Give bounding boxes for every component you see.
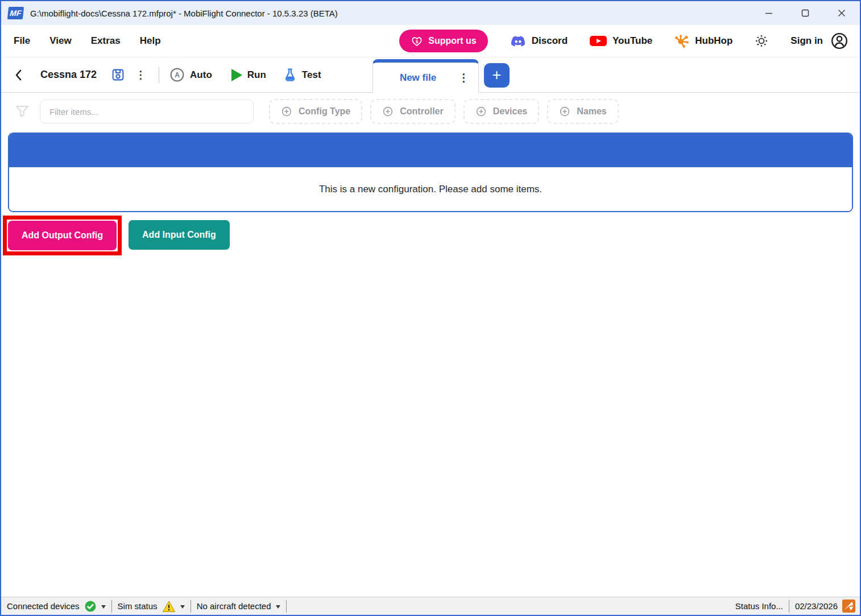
status-ok-icon: [84, 600, 97, 613]
connected-devices-dropdown[interactable]: Connected devices: [7, 600, 106, 613]
sun-icon: [754, 34, 769, 48]
add-input-config-button[interactable]: Add Input Config: [129, 220, 230, 250]
toolbar: Cessna 172 ⋮ A Auto Run: [1, 57, 860, 93]
project-name: Cessna 172: [40, 69, 97, 81]
chip-label: Config Type: [299, 106, 350, 117]
sim-status-label: Sim status: [118, 601, 158, 611]
app-window: MF G:\mobiflight-docs\Cessna 172.mfproj*…: [0, 0, 861, 616]
dropdown-caret-icon: [101, 605, 106, 609]
discord-label: Discord: [532, 35, 568, 47]
menubar-right: $ Support us Discord YouTube: [399, 30, 848, 52]
app-logo-text: MF: [10, 9, 22, 18]
menubar: File View Extras Help $ Support us Disco…: [1, 25, 860, 57]
svg-text:$: $: [416, 39, 419, 44]
chip-label: Names: [577, 106, 606, 117]
save-button[interactable]: [111, 68, 125, 82]
test-button[interactable]: Test: [283, 68, 321, 82]
add-output-config-button[interactable]: Add Output Config: [8, 221, 117, 250]
statusbar-separator: [111, 600, 112, 613]
dropdown-caret-icon: [276, 605, 280, 609]
maximize-icon: [801, 9, 809, 17]
status-bar: Connected devices Sim status No aircraft…: [1, 597, 860, 615]
statusbar-right: Status Info... 02/23/2026: [735, 600, 855, 613]
project-menu-button[interactable]: ⋮: [132, 69, 150, 80]
tab-menu-button[interactable]: ⋮: [455, 72, 473, 83]
app-logo-icon: MF: [7, 7, 24, 19]
window-controls: [751, 1, 860, 25]
add-circle-icon: [475, 106, 487, 117]
filter-bar: Config Type Controller Devices Names: [1, 93, 860, 130]
youtube-icon: [589, 34, 607, 48]
user-avatar-icon: [830, 32, 848, 50]
connected-devices-label: Connected devices: [7, 601, 80, 611]
run-label: Run: [247, 69, 266, 81]
annotation-highlight-box: Add Output Config: [3, 216, 122, 255]
filter-chip-devices[interactable]: Devices: [463, 99, 540, 124]
discord-icon: [510, 34, 527, 48]
chip-label: Controller: [400, 106, 443, 117]
auto-button[interactable]: A Auto: [169, 67, 212, 82]
status-info-link[interactable]: Status Info...: [735, 601, 783, 611]
hubhop-icon: [674, 34, 690, 48]
window-title: G:\mobiflight-docs\Cessna 172.mfproj* - …: [30, 9, 338, 18]
statusbar-separator: [191, 600, 191, 613]
maximize-button[interactable]: [787, 1, 823, 25]
close-button[interactable]: [823, 1, 860, 25]
theme-toggle-button[interactable]: [754, 34, 769, 48]
add-tab-button[interactable]: +: [484, 63, 510, 88]
config-table-header: [9, 134, 852, 167]
add-circle-icon: [382, 106, 394, 117]
main-content: This is a new configuration. Please add …: [1, 130, 860, 597]
filter-chip-config-type[interactable]: Config Type: [269, 99, 362, 124]
action-buttons: Add Output Config Add Input Config: [3, 216, 848, 255]
support-us-button[interactable]: $ Support us: [399, 30, 487, 52]
save-icon: [111, 68, 125, 82]
minimize-icon: [765, 9, 773, 17]
heart-dollar-icon: $: [411, 35, 423, 47]
sign-in-button[interactable]: Sign in: [790, 32, 848, 50]
filter-chip-controller[interactable]: Controller: [370, 99, 455, 124]
test-label: Test: [302, 69, 321, 81]
filter-chip-names[interactable]: Names: [547, 99, 618, 124]
menu-file[interactable]: File: [14, 35, 30, 47]
menu-extras[interactable]: Extras: [91, 35, 121, 47]
tab-new-file[interactable]: New file ⋮: [372, 59, 479, 93]
run-button[interactable]: Run: [231, 69, 266, 81]
back-chevron-icon: [13, 68, 24, 82]
youtube-link[interactable]: YouTube: [589, 34, 652, 48]
msfs-sim-icon: [842, 600, 855, 613]
warning-icon: [162, 600, 176, 613]
youtube-label: YouTube: [612, 35, 652, 47]
test-flask-icon: [283, 68, 297, 82]
toolbar-separator: [159, 67, 159, 83]
auto-icon: A: [169, 67, 185, 82]
hubhop-label: HubHop: [695, 35, 732, 47]
aircraft-status-dropdown[interactable]: No aircraft detected: [197, 601, 280, 611]
menu-help[interactable]: Help: [140, 35, 161, 47]
add-circle-icon: [281, 106, 292, 117]
chip-label: Devices: [493, 106, 528, 117]
empty-config-message: This is a new configuration. Please add …: [319, 184, 542, 195]
sign-in-label: Sign in: [790, 35, 823, 47]
support-us-label: Support us: [428, 36, 476, 46]
add-circle-icon: [559, 106, 570, 117]
statusbar-separator: [789, 600, 789, 613]
auto-label: Auto: [190, 69, 212, 81]
aircraft-status-label: No aircraft detected: [197, 601, 271, 611]
discord-link[interactable]: Discord: [510, 34, 568, 48]
statusbar-separator: [286, 600, 287, 613]
menu-view[interactable]: View: [49, 35, 71, 47]
hubhop-link[interactable]: HubHop: [674, 34, 732, 48]
back-button[interactable]: [13, 68, 24, 82]
filter-funnel-icon: [14, 104, 30, 119]
config-table: This is a new configuration. Please add …: [8, 133, 853, 212]
run-play-icon: [231, 69, 242, 81]
config-table-empty-row: This is a new configuration. Please add …: [9, 167, 852, 211]
close-icon: [838, 9, 846, 17]
sim-status-dropdown[interactable]: Sim status: [118, 600, 185, 613]
minimize-button[interactable]: [751, 1, 787, 25]
titlebar: MF G:\mobiflight-docs\Cessna 172.mfproj*…: [1, 1, 860, 25]
filter-input[interactable]: [40, 100, 254, 123]
dropdown-caret-icon: [180, 605, 185, 609]
svg-text:A: A: [175, 71, 180, 79]
